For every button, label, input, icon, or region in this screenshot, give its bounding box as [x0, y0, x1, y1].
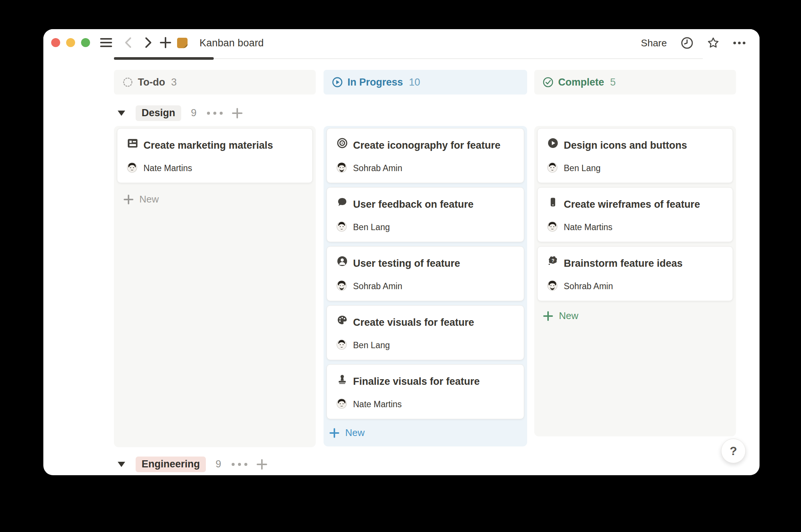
svg-text:?: ? — [551, 258, 554, 263]
card-title: User testing of feature — [353, 258, 460, 269]
avatar — [337, 222, 347, 232]
plus-icon — [330, 428, 339, 438]
group-row-engineering: Engineering 9 — [114, 455, 267, 473]
help-button[interactable]: ? — [721, 439, 746, 463]
card-title: Brainstorm feature ideas — [564, 258, 683, 269]
new-card-button-in-progress[interactable]: New — [330, 427, 365, 439]
board-page-icon — [176, 37, 189, 49]
group-more-icon[interactable] — [207, 112, 223, 115]
card-title: Create wireframes of feature — [564, 199, 700, 210]
group-badge[interactable]: Design — [136, 105, 181, 121]
collapse-triangle-icon[interactable] — [118, 462, 125, 467]
close-window-button[interactable] — [51, 38, 60, 47]
column-count: 10 — [409, 77, 420, 88]
user-circle-icon — [337, 256, 348, 267]
card-title: Design icons and buttons — [564, 140, 687, 151]
assignee-name: Nate Martins — [353, 399, 402, 409]
group-count: 9 — [216, 458, 221, 470]
new-card-label: New — [559, 310, 578, 322]
image-layout-icon — [127, 137, 138, 149]
app-window: Kanban board Share — [43, 29, 760, 475]
card-finalize-visuals[interactable]: Finalize visuals for feature Nate Martin… — [327, 364, 524, 419]
card-title: Create visuals for feature — [353, 317, 474, 328]
card-create-marketing-materials[interactable]: Create marketing materials Nate Martins — [117, 128, 313, 183]
card-user-testing[interactable]: User testing of feature Sohrab Amin — [327, 246, 524, 301]
assignee-name: Sohrab Amin — [564, 281, 613, 291]
column-label: To-do — [138, 77, 165, 88]
stamp-icon — [337, 374, 348, 385]
column-header-todo[interactable]: To-do 3 — [114, 70, 316, 95]
help-label: ? — [730, 444, 737, 458]
back-icon[interactable] — [122, 36, 135, 49]
collapse-triangle-icon[interactable] — [118, 111, 125, 116]
assignee-name: Nate Martins — [564, 222, 612, 232]
column-label: Complete — [558, 77, 604, 88]
check-circle-icon — [542, 77, 554, 88]
group-add-icon[interactable] — [256, 459, 267, 470]
thought-bubble-icon: ? — [547, 256, 559, 267]
avatar — [337, 399, 347, 409]
tab-indicator — [114, 57, 214, 60]
new-page-icon[interactable] — [159, 36, 172, 49]
assignee-name: Ben Lang — [353, 222, 390, 232]
card-title: Create iconography for feature — [353, 140, 501, 151]
speech-bubble-icon — [337, 197, 348, 208]
avatar — [547, 163, 557, 173]
avatar — [337, 163, 347, 173]
group-add-icon[interactable] — [232, 108, 243, 119]
plus-icon — [543, 311, 553, 321]
group-badge[interactable]: Engineering — [136, 457, 206, 472]
assignee-name: Sohrab Amin — [353, 163, 402, 173]
card-brainstorm-ideas[interactable]: ? Brainstorm feature ideas Sohrab Amin — [537, 246, 733, 301]
avatar — [547, 281, 557, 291]
play-circle-icon — [547, 137, 559, 149]
card-title: User feedback on feature — [353, 199, 474, 210]
phone-icon — [547, 197, 559, 208]
column-header-in-progress[interactable]: In Progress 10 — [324, 70, 527, 95]
column-count: 5 — [610, 77, 616, 88]
new-card-label: New — [139, 194, 159, 205]
assignee-name: Ben Lang — [353, 340, 390, 350]
plus-icon — [124, 195, 133, 204]
ellipsis-icon[interactable] — [733, 36, 746, 50]
zoom-window-button[interactable] — [81, 38, 90, 47]
avatar — [127, 163, 137, 173]
card-title: Finalize visuals for feature — [353, 376, 480, 387]
card-create-iconography[interactable]: Create iconography for feature Sohrab Am… — [327, 128, 524, 183]
column-header-complete[interactable]: Complete 5 — [534, 70, 736, 95]
clock-icon[interactable] — [680, 36, 694, 50]
group-more-icon[interactable] — [232, 463, 247, 466]
forward-icon[interactable] — [142, 36, 154, 49]
avatar — [337, 281, 347, 291]
group-count: 9 — [191, 107, 197, 119]
new-card-button-todo[interactable]: New — [124, 194, 159, 205]
group-row-design: Design 9 — [114, 104, 243, 122]
page-title: Kanban board — [200, 37, 264, 49]
new-card-button-complete[interactable]: New — [543, 310, 578, 322]
target-icon — [337, 137, 348, 149]
avatar — [337, 340, 347, 350]
avatar — [547, 222, 557, 232]
hamburger-menu-icon[interactable] — [100, 36, 112, 49]
card-design-icons-buttons[interactable]: Design icons and buttons Ben Lang — [537, 128, 733, 183]
star-icon[interactable] — [706, 36, 720, 50]
screen: Kanban board Share — [0, 0, 801, 532]
minimize-window-button[interactable] — [66, 38, 75, 47]
column-label: In Progress — [347, 77, 403, 88]
column-count: 3 — [171, 77, 177, 88]
palette-icon — [337, 315, 348, 326]
card-user-feedback[interactable]: User feedback on feature Ben Lang — [327, 187, 524, 242]
share-button[interactable]: Share — [641, 37, 667, 49]
card-create-visuals[interactable]: Create visuals for feature Ben Lang — [327, 305, 524, 360]
card-create-wireframes[interactable]: Create wireframes of feature Nate Martin… — [537, 187, 733, 242]
assignee-name: Nate Martins — [143, 163, 192, 173]
assignee-name: Sohrab Amin — [353, 281, 402, 291]
play-ring-icon — [332, 77, 343, 88]
dashed-circle-icon — [122, 77, 133, 88]
card-title: Create marketing materials — [143, 140, 273, 151]
assignee-name: Ben Lang — [564, 163, 600, 173]
titlebar: Kanban board Share — [43, 29, 760, 59]
new-card-label: New — [345, 427, 365, 439]
